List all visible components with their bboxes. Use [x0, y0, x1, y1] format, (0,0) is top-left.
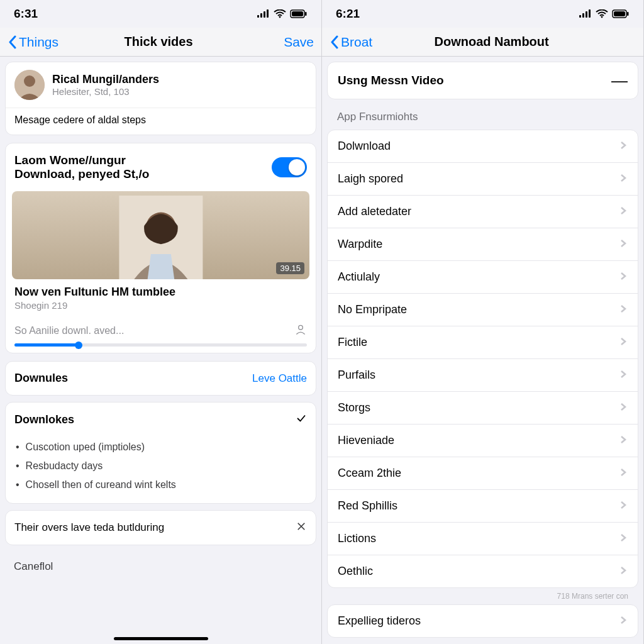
chevron-right-icon [619, 140, 628, 153]
chevron-right-icon [619, 205, 628, 218]
menu-item[interactable]: No Empripate [328, 294, 638, 326]
footnote: 718 Mrans serter con [327, 588, 638, 602]
chevron-right-icon [619, 532, 628, 545]
svg-rect-2 [264, 11, 265, 18]
svg-rect-7 [305, 12, 307, 16]
close-icon[interactable] [296, 521, 307, 535]
home-indicator[interactable] [114, 637, 208, 640]
nav-bar: Broat Downoad Nambout [322, 28, 643, 57]
chevron-right-icon [619, 336, 628, 349]
progress-label: So Aanilie downl. aved... [14, 325, 124, 336]
toggle-line1: Laom Wome//ungur [14, 153, 149, 167]
menu-item[interactable]: Hieveniade [328, 425, 638, 457]
menu-item[interactable]: Dolwnload [328, 130, 638, 163]
chevron-right-icon [619, 434, 628, 447]
person-outline-icon[interactable] [294, 323, 307, 338]
downules-row[interactable]: Downules Leve Oattle [5, 361, 316, 396]
chevron-left-icon [330, 35, 340, 49]
menu-item[interactable]: Lictions [328, 523, 638, 555]
back-button[interactable]: Broat [330, 35, 372, 50]
menu-label: Warpdite [338, 238, 382, 251]
overs-row[interactable]: Their overs lave teda butlduring [5, 510, 316, 545]
svg-rect-16 [586, 11, 587, 18]
status-time: 6:21 [336, 7, 360, 21]
downlokes-list: Cuscotion uped (imptioles) Resbudacty da… [6, 435, 316, 501]
chevron-right-icon [619, 369, 628, 382]
cellular-icon [579, 9, 592, 18]
save-button[interactable]: Save [284, 35, 314, 50]
list-item: Cuscotion uped (imptioles) [9, 438, 312, 457]
toggle-line2: Download, penyed St,/o [14, 167, 149, 181]
group-header: App Fnsurmiohts [327, 108, 638, 130]
menu-label: No Empripate [338, 303, 407, 316]
downules-label: Downules [14, 372, 68, 385]
menu-item[interactable]: Warpdite [328, 228, 638, 261]
menu-label: Red Sphillis [338, 499, 397, 513]
svg-rect-14 [579, 15, 581, 18]
profile-row[interactable]: Rical Mungil/anders Helesiter, Std, 103 [6, 62, 316, 108]
battery-icon [612, 9, 630, 18]
progress-row: So Aanilie downl. aved... [6, 318, 316, 353]
collapse-label: Usng Messn Video [338, 74, 444, 87]
svg-point-9 [24, 75, 35, 87]
video-thumbnail[interactable]: 39.15 [12, 191, 309, 279]
menu-label: Fictile [338, 336, 367, 349]
menu-label: Laigh spored [338, 172, 403, 186]
collapse-row[interactable]: Usng Messn Video — [327, 62, 638, 99]
video-subtitle: Shoegin 219 [14, 300, 307, 311]
menu-item[interactable]: Expellieg tideros [328, 605, 638, 637]
status-time: 6:31 [14, 7, 38, 21]
caneflol-row[interactable]: Caneflol [5, 552, 316, 573]
cellular-icon [257, 9, 270, 18]
svg-rect-1 [260, 13, 262, 18]
menu-label: Cceam 2thie [338, 467, 401, 480]
menu-item[interactable]: Red Sphillis [328, 490, 638, 523]
profile-name: Rical Mungil/anders [52, 73, 159, 86]
downules-link[interactable]: Leve Oattle [252, 372, 307, 385]
wifi-icon [274, 9, 286, 18]
battery-icon [290, 9, 308, 18]
menu-label: Lictions [338, 532, 376, 545]
menu-item[interactable]: Laigh spored [328, 163, 638, 196]
svg-rect-17 [589, 9, 591, 18]
svg-rect-20 [614, 11, 625, 16]
menu-label: Storgs [338, 401, 370, 414]
list-item: Resbudacty days [9, 457, 312, 475]
status-bar: 6:21 [322, 0, 643, 28]
menu-item[interactable]: Fictile [328, 326, 638, 359]
chevron-right-icon [619, 270, 628, 284]
status-icons [579, 9, 630, 18]
menu-item[interactable]: Actiulaly [328, 261, 638, 294]
download-card: Laom Wome//ungur Download, penyed St,/o [5, 143, 316, 353]
status-icons [257, 9, 308, 18]
video-title: Now ven Fultunic HM tumblee [14, 286, 307, 299]
menu-item[interactable]: Storgs [328, 392, 638, 425]
svg-rect-21 [627, 12, 629, 16]
back-label: Broat [341, 35, 372, 50]
status-bar: 6:31 [0, 0, 321, 28]
menu-item[interactable]: Add aletedater [328, 196, 638, 228]
menu-item[interactable]: Cceam 2thie [328, 457, 638, 490]
profile-card: Rical Mungil/anders Helesiter, Std, 103 … [5, 62, 316, 135]
menu-list: Dolwnload Laigh spored Add aletedater Wa… [327, 130, 638, 588]
svg-point-13 [299, 325, 303, 330]
svg-rect-6 [292, 11, 303, 16]
chevron-right-icon [619, 303, 628, 316]
menu-label: Hieveniade [338, 434, 394, 447]
chevron-right-icon [619, 565, 628, 578]
profile-subtitle: Helesiter, Std, 103 [52, 86, 159, 97]
menu-label: Purfails [338, 369, 375, 382]
download-toggle[interactable] [272, 157, 307, 177]
menu-item[interactable]: Oethlic [328, 555, 638, 587]
menu-item[interactable]: Purfails [328, 359, 638, 392]
nav-bar: Things Thick vides Save [0, 28, 321, 57]
list-item: Chosell then of cureand wint kelts [9, 475, 312, 494]
downlokes-header[interactable]: Downlokes [6, 405, 316, 435]
overs-label: Their overs lave teda butlduring [14, 521, 164, 534]
chevron-right-icon [619, 401, 628, 414]
progress-bar[interactable] [14, 343, 307, 347]
downlokes-label: Downlokes [14, 413, 74, 426]
menu-label: Add aletedater [338, 205, 411, 218]
page-title: Downoad Nambout [372, 35, 611, 49]
chevron-left-icon [8, 35, 18, 49]
